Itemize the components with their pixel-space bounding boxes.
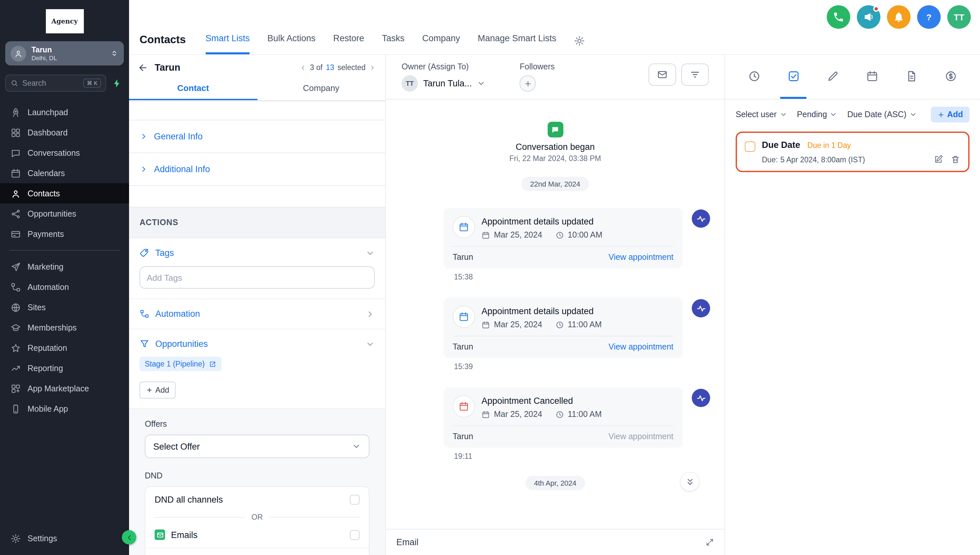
sidebar-item-reputation[interactable]: Reputation [0,338,129,358]
sidebar-item-conversations[interactable]: Conversations [0,143,129,163]
account-location: Delhi, DL [31,55,105,62]
appointment-event-card: Appointment details updated Mar 25, 2024… [444,208,682,268]
sidebar-item-opportunities[interactable]: Opportunities [0,204,129,224]
sidebar-item-contacts[interactable]: Contacts [0,184,129,204]
section-label: Tags [155,248,174,258]
agency-logo-text: Agency [51,18,78,25]
add-opportunity-button[interactable]: Add [140,382,176,399]
edit-task-icon[interactable] [933,154,943,164]
sidebar-search[interactable]: ⌘ K [5,75,106,92]
view-appointment-link[interactable]: View appointment [608,432,673,441]
sidebar-item-payments[interactable]: Payments [0,224,129,244]
event-time-value: 11:00 AM [568,320,602,329]
section-label: Opportunities [155,339,208,349]
search-icon [10,80,18,87]
sidebar: Agency Tarun Delhi, DL ⌘ K Launchpad Das… [0,0,129,555]
conversation-began-time: Fri, 22 Mar 2024, 03:38 PM [509,154,601,162]
add-button-label: Add [155,385,169,395]
automation-section-header[interactable]: Automation [140,309,375,319]
tab-bulk-actions[interactable]: Bulk Actions [267,34,315,55]
offer-select[interactable]: Select Offer [145,435,370,458]
add-follower-button[interactable] [520,75,536,91]
tab-notes[interactable] [820,55,846,99]
sidebar-item-memberships[interactable]: Memberships [0,318,129,338]
filter-select-user[interactable]: Select user [735,110,787,119]
filter-sort[interactable]: Due Date (ASC) [847,110,917,119]
account-switcher[interactable]: Tarun Delhi, DL [5,41,124,66]
tab-contact[interactable]: Contact [129,77,257,100]
general-info-section[interactable]: General Info [129,120,385,153]
search-input[interactable] [22,80,80,87]
filter-label: Due Date (ASC) [847,110,907,119]
sidebar-item-reporting[interactable]: Reporting [0,358,129,379]
task-checkbox[interactable] [745,141,755,152]
date-separator: 22nd Mar, 2024 [522,177,589,191]
filter-status[interactable]: Pending [797,110,837,119]
dnd-all-row: DND all channels [145,487,369,512]
phone-button[interactable] [827,5,850,29]
tab-company[interactable]: Company [422,34,460,55]
quick-actions-button[interactable] [109,76,124,91]
scroll-to-bottom-button[interactable] [680,472,700,491]
sidebar-item-mobile-app[interactable]: Mobile App [0,399,129,419]
sidebar-item-dashboard[interactable]: Dashboard [0,123,129,143]
help-button[interactable]: ? [917,5,941,29]
composer-bar: Email [386,529,724,555]
expand-composer-button[interactable] [705,538,714,547]
task-due-badge: Due in 1 Day [808,141,851,149]
notifications-button[interactable] [887,5,911,29]
nav-label: Automation [27,283,69,292]
chevron-down-icon [909,111,917,119]
sidebar-item-sites[interactable]: Sites [0,297,129,318]
smart-list-settings-button[interactable] [574,35,585,55]
topbar: Contacts Smart Lists Bulk Actions Restor… [129,0,980,55]
profile-avatar[interactable]: TT [947,5,971,29]
back-button[interactable] [138,63,148,72]
email-action-button[interactable] [649,64,676,86]
sidebar-item-automation[interactable]: Automation [0,277,129,297]
contact-detail-panel: Tarun 3 of 13 selected Contact Company [129,55,386,555]
dnd-all-checkbox[interactable] [350,495,360,505]
tab-restore[interactable]: Restore [333,34,364,55]
activity-avatar [692,389,710,407]
filter-conversation-button[interactable] [681,64,709,86]
next-contact-button[interactable] [369,64,376,71]
tab-payments[interactable] [938,55,964,99]
sidebar-item-settings[interactable]: Settings [0,528,129,549]
opportunities-section-header[interactable]: Opportunities [140,339,375,349]
chevron-down-icon [779,111,787,119]
additional-info-section[interactable]: Additional Info [129,153,385,186]
add-task-button[interactable]: Add [930,107,970,122]
gear-icon [10,533,21,544]
event-title: Appointment details updated [481,217,602,226]
event-title: Appointment details updated [481,306,602,316]
sidebar-collapse-button[interactable] [122,530,136,545]
pagination-total[interactable]: 13 [326,64,335,71]
sidebar-item-calendars[interactable]: Calendars [0,163,129,184]
reporting-icon [10,363,21,374]
owner-select[interactable]: TT Tarun Tula... [402,75,486,91]
prev-contact-button[interactable] [299,64,307,71]
opportunity-chip[interactable]: Stage 1 (Pipeline) [140,357,222,371]
tab-tasks[interactable] [780,55,806,99]
pulse-icon [696,214,706,223]
tab-manage-smart-lists[interactable]: Manage Smart Lists [478,34,556,55]
view-appointment-link[interactable]: View appointment [608,253,673,262]
view-appointment-link[interactable]: View appointment [608,342,673,351]
sidebar-item-app-marketplace[interactable]: App Marketplace [0,379,129,399]
composer-email-tab[interactable]: Email [396,537,418,547]
tab-documents[interactable] [899,55,925,99]
chevron-down-icon [365,339,375,348]
sidebar-item-launchpad[interactable]: Launchpad [0,103,129,123]
add-tags-input[interactable] [140,266,375,289]
tab-activity-history[interactable] [741,55,767,99]
announcements-button[interactable] [857,5,880,29]
sidebar-item-marketing[interactable]: Marketing [0,257,129,277]
dnd-emails-checkbox[interactable] [350,530,360,540]
tab-contact-company[interactable]: Company [257,77,385,100]
tab-appointments[interactable] [859,55,885,99]
delete-task-icon[interactable] [951,154,960,164]
tab-tasks[interactable]: Tasks [382,34,404,55]
tab-smart-lists[interactable]: Smart Lists [205,34,249,55]
tags-section-header[interactable]: Tags [140,248,375,258]
